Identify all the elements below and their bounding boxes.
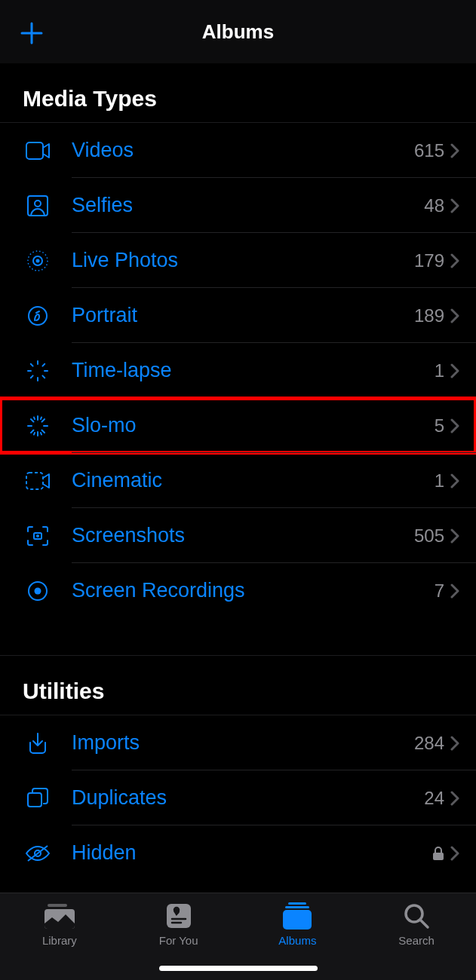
duplicates-icon	[26, 787, 49, 810]
media-types-header: Media Types	[0, 63, 476, 122]
row-count: 48	[424, 195, 444, 216]
svg-point-29	[36, 534, 39, 537]
row-label: Screen Recordings	[72, 579, 435, 602]
content: Media Types Videos 615 Selfies 48 Live P…	[0, 63, 476, 880]
row-live-photos[interactable]: Live Photos 179	[0, 233, 476, 288]
row-label: Videos	[72, 139, 414, 162]
page-title: Albums	[0, 20, 476, 44]
chevron-right-icon	[450, 363, 459, 378]
row-selfies[interactable]: Selfies 48	[0, 178, 476, 233]
tab-albums[interactable]: Albums	[238, 901, 358, 947]
row-duplicates[interactable]: Duplicates 24	[0, 770, 476, 825]
row-imports[interactable]: Imports 284	[0, 715, 476, 770]
chevron-right-icon	[450, 583, 459, 599]
row-count: 284	[414, 733, 444, 754]
svg-rect-35	[433, 853, 444, 860]
row-label: Cinematic	[72, 469, 435, 492]
chevron-right-icon	[450, 143, 459, 158]
row-label: Duplicates	[72, 786, 424, 810]
row-cinematic[interactable]: Cinematic 1	[0, 453, 476, 508]
svg-rect-0	[26, 142, 43, 159]
svg-line-26	[41, 433, 41, 435]
tab-label: Search	[398, 934, 435, 947]
livephoto-icon	[26, 250, 49, 272]
eye-slash-icon	[25, 844, 51, 862]
row-label: Time-lapse	[72, 359, 435, 382]
svg-line-24	[41, 417, 41, 419]
tab-search[interactable]: Search	[357, 901, 476, 947]
chevron-right-icon	[450, 308, 459, 323]
row-count: 189	[414, 305, 444, 326]
tab-library[interactable]: Library	[0, 901, 119, 947]
row-slo-mo[interactable]: Slo-mo 5	[0, 398, 476, 453]
row-screen-recordings[interactable]: Screen Recordings 7	[0, 563, 476, 618]
svg-line-11	[31, 363, 33, 366]
chevron-right-icon	[450, 528, 459, 544]
plus-icon	[20, 21, 44, 45]
svg-line-12	[42, 375, 45, 378]
chevron-right-icon	[450, 736, 459, 751]
utilities-header: Utilities	[0, 656, 476, 715]
for-you-icon	[165, 902, 192, 929]
video-icon	[26, 142, 50, 160]
add-button[interactable]	[20, 21, 44, 45]
tab-label: Albums	[278, 934, 316, 947]
row-time-lapse[interactable]: Time-lapse 1	[0, 343, 476, 398]
svg-point-42	[406, 905, 422, 922]
svg-point-2	[35, 201, 41, 207]
lock-icon	[432, 846, 444, 861]
row-label: Portrait	[72, 304, 414, 327]
row-count: 179	[414, 250, 444, 271]
row-portrait[interactable]: Portrait 189	[0, 288, 476, 343]
row-hidden[interactable]: Hidden	[0, 825, 476, 880]
svg-rect-38	[167, 904, 191, 928]
timelapse-icon	[26, 360, 49, 382]
chevron-right-icon	[450, 791, 459, 806]
tab-bar: Library For You Albums Search	[0, 893, 476, 980]
row-count: 5	[435, 415, 444, 436]
svg-line-20	[42, 430, 45, 433]
svg-rect-36	[48, 904, 67, 907]
nav-bar: Albums	[0, 0, 476, 63]
svg-line-22	[42, 419, 45, 422]
portrait-icon	[27, 305, 48, 326]
row-screenshots[interactable]: Screenshots 505	[0, 508, 476, 563]
row-label: Imports	[72, 731, 414, 755]
svg-rect-40	[285, 906, 309, 908]
row-count: 7	[435, 580, 444, 602]
chevron-right-icon	[450, 418, 459, 433]
tab-label: For You	[159, 934, 198, 947]
chevron-right-icon	[450, 846, 459, 861]
row-count: 615	[414, 140, 444, 161]
row-label: Live Photos	[72, 249, 414, 272]
search-icon	[403, 902, 430, 929]
row-videos[interactable]: Videos 615	[0, 123, 476, 178]
svg-rect-39	[288, 902, 306, 905]
svg-line-21	[31, 430, 34, 433]
chevron-right-icon	[450, 198, 459, 213]
svg-line-43	[421, 920, 428, 927]
svg-rect-32	[28, 793, 41, 807]
utilities-list: Imports 284 Duplicates 24 Hidden	[0, 715, 476, 880]
svg-point-4	[36, 259, 40, 262]
home-indicator[interactable]	[159, 966, 318, 971]
svg-line-13	[31, 375, 33, 378]
person-square-icon	[27, 195, 48, 216]
import-icon	[27, 732, 48, 755]
row-label: Slo-mo	[72, 414, 435, 437]
svg-point-31	[35, 587, 41, 594]
albums-icon	[281, 902, 313, 929]
row-count: 1	[435, 360, 444, 381]
svg-line-19	[31, 419, 34, 422]
tab-for-you[interactable]: For You	[119, 901, 238, 947]
media-types-list: Videos 615 Selfies 48 Live Photos 179 Po…	[0, 122, 476, 618]
chevron-right-icon	[450, 473, 459, 488]
screenshot-icon	[26, 525, 49, 547]
row-label: Selfies	[72, 194, 424, 217]
row-label: Hidden	[72, 841, 432, 865]
svg-rect-41	[283, 910, 312, 929]
library-icon	[43, 902, 76, 929]
screen-recording-icon	[27, 580, 48, 602]
slowmo-icon	[26, 415, 49, 437]
chevron-right-icon	[450, 253, 459, 268]
